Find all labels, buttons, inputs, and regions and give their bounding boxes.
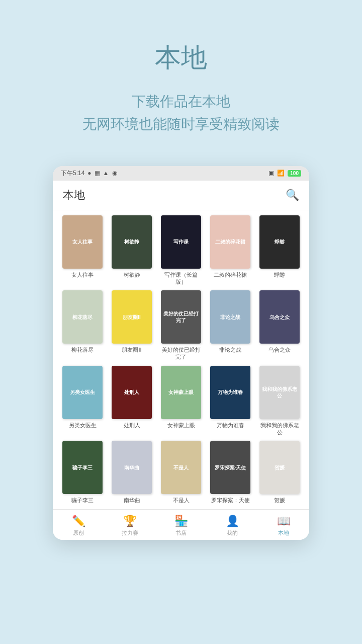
book-title: 写作课（长篇版） xyxy=(161,271,201,286)
book-cover-image: 写作课 xyxy=(161,215,201,269)
screen-icon: ▣ xyxy=(268,170,274,177)
book-title: 另类女医生 xyxy=(69,422,97,429)
book-cover: 贺媛 xyxy=(259,441,300,494)
nav-label-wode: 我的 xyxy=(227,529,238,537)
book-cover: 南华曲 xyxy=(112,441,152,494)
phone-mockup: 下午5:14 ● ▦ ▲ ◉ ▣ 📶 100 本地 🔍 女人往事 女人往事 树欲… xyxy=(53,166,309,540)
book-cover-image: 女人往事 xyxy=(62,215,103,269)
book-cover-image: 二叔的碎花裙 xyxy=(210,215,250,269)
nav-item-bendi[interactable]: 📖 本地 xyxy=(263,515,304,537)
book-cover: 二叔的碎花裙 xyxy=(210,215,250,269)
nav-icon-wode: 👤 xyxy=(226,515,239,528)
book-cover: 美好的仗已经打完了 xyxy=(161,290,201,344)
battery-indicator: 100 xyxy=(288,170,301,177)
book-item[interactable]: 乌合之众 乌合之众 xyxy=(257,290,302,361)
book-cover-image: 树欲静 xyxy=(112,215,152,269)
book-cover: 乌合之众 xyxy=(259,290,300,344)
status-bar: 下午5:14 ● ▦ ▲ ◉ ▣ 📶 100 xyxy=(53,166,309,181)
book-title: 贺媛 xyxy=(274,497,285,504)
app-header-title: 本地 xyxy=(63,188,85,203)
book-item[interactable]: 蜉蝣 蜉蝣 xyxy=(257,215,302,286)
book-item[interactable]: 万物为谁春 万物为谁春 xyxy=(208,366,253,436)
nav-icon-yuanchuang: ✏️ xyxy=(72,515,85,528)
book-cover: 女人往事 xyxy=(62,215,103,269)
book-cover: 骗子李三 xyxy=(62,441,103,494)
nav-item-yuanchuang[interactable]: ✏️ 原创 xyxy=(58,515,99,537)
book-item[interactable]: 朋友圈II 朋友圈II xyxy=(109,290,154,361)
book-item[interactable]: 罗宋探案·天使 罗宋探案：天使 xyxy=(208,441,253,504)
notification-icon: ● xyxy=(87,170,91,177)
book-item[interactable]: 骗子李三 骗子李三 xyxy=(60,441,105,504)
search-icon[interactable]: 🔍 xyxy=(286,189,299,202)
nav-item-shudian[interactable]: 🏪 书店 xyxy=(161,515,201,537)
nav-label-lalasai: 拉力赛 xyxy=(122,529,138,537)
book-cover: 女神蒙上眼 xyxy=(161,366,201,419)
book-cover-image: 罗宋探案·天使 xyxy=(210,441,250,494)
message-icon: ▦ xyxy=(95,170,100,177)
book-item[interactable]: 女神蒙上眼 女神蒙上眼 xyxy=(158,366,204,436)
book-cover: 柳花落尽 xyxy=(62,290,103,344)
book-title: 乌合之众 xyxy=(268,346,291,353)
books-grid: 女人往事 女人往事 树欲静 树欲静 写作课 写作课（长篇版） 二叔的碎花裙 二叔… xyxy=(53,210,309,509)
book-cover-image: 万物为谁春 xyxy=(210,366,250,419)
nav-label-bendi: 本地 xyxy=(278,529,289,537)
book-cover: 处刑人 xyxy=(112,366,152,419)
book-title: 非论之战 xyxy=(219,346,241,353)
book-title: 柳花落尽 xyxy=(71,346,94,353)
book-cover-image: 朋友圈II xyxy=(112,290,152,344)
book-cover-image: 乌合之众 xyxy=(259,290,300,344)
book-title: 蜉蝣 xyxy=(274,271,285,278)
book-item[interactable]: 柳花落尽 柳花落尽 xyxy=(60,290,105,361)
book-title: 树欲静 xyxy=(124,271,140,278)
book-cover: 罗宋探案·天使 xyxy=(210,441,250,494)
book-cover-image: 贺媛 xyxy=(259,441,300,494)
hero-subtitle-line2: 无网环境也能随时享受精致阅读 xyxy=(82,116,280,132)
book-item[interactable]: 不是人 不是人 xyxy=(158,441,204,504)
book-title: 处刑人 xyxy=(124,422,140,429)
book-cover-image: 另类女医生 xyxy=(62,366,103,419)
book-cover-image: 非论之战 xyxy=(210,290,250,344)
book-cover-image: 美好的仗已经打完了 xyxy=(161,290,201,344)
book-item[interactable]: 我和我的佛系老公 我和我的佛系老公 xyxy=(257,366,302,436)
book-title: 骗子李三 xyxy=(71,497,94,504)
bottom-nav: ✏️ 原创 🏆 拉力赛 🏪 书店 👤 我的 📖 本地 xyxy=(53,509,309,540)
book-cover: 朋友圈II xyxy=(112,290,152,344)
book-cover: 我和我的佛系老公 xyxy=(259,366,300,419)
book-item[interactable]: 另类女医生 另类女医生 xyxy=(60,366,105,436)
book-cover: 不是人 xyxy=(161,441,201,494)
book-title: 二叔的碎花裙 xyxy=(214,271,247,278)
book-cover-image: 我和我的佛系老公 xyxy=(259,366,300,419)
book-item[interactable]: 女人往事 女人往事 xyxy=(60,215,105,286)
book-title: 女人往事 xyxy=(71,271,94,278)
hero-title: 本地 xyxy=(20,40,342,75)
book-item[interactable]: 美好的仗已经打完了 美好的仗已经打完了 xyxy=(158,290,204,361)
nav-label-shudian: 书店 xyxy=(175,529,187,537)
time-display: 下午5:14 xyxy=(61,169,84,178)
book-cover: 写作课 xyxy=(161,215,201,269)
book-cover: 蜉蝣 xyxy=(259,215,300,269)
book-cover-image: 不是人 xyxy=(161,441,201,494)
book-title: 南华曲 xyxy=(124,497,140,504)
book-item[interactable]: 写作课 写作课（长篇版） xyxy=(158,215,204,286)
book-item[interactable]: 贺媛 贺媛 xyxy=(257,441,302,504)
nav-label-yuanchuang: 原创 xyxy=(73,529,84,537)
book-title: 女神蒙上眼 xyxy=(167,422,195,429)
hero-section: 本地 下载作品在本地 无网环境也能随时享受精致阅读 xyxy=(0,0,362,156)
nav-item-wode[interactable]: 👤 我的 xyxy=(212,515,252,537)
sync-icon: ◉ xyxy=(112,170,117,177)
nav-icon-lalasai: 🏆 xyxy=(123,515,137,528)
book-cover-image: 蜉蝣 xyxy=(259,215,300,269)
book-cover-image: 女神蒙上眼 xyxy=(161,366,201,419)
book-item[interactable]: 二叔的碎花裙 二叔的碎花裙 xyxy=(208,215,253,286)
book-item[interactable]: 树欲静 树欲静 xyxy=(109,215,154,286)
book-cover: 树欲静 xyxy=(112,215,152,269)
book-item[interactable]: 南华曲 南华曲 xyxy=(109,441,154,504)
book-item[interactable]: 非论之战 非论之战 xyxy=(208,290,253,361)
nav-icon-bendi: 📖 xyxy=(277,515,291,528)
book-item[interactable]: 处刑人 处刑人 xyxy=(109,366,154,436)
book-title: 我和我的佛系老公 xyxy=(259,422,300,436)
nav-item-lalasai[interactable]: 🏆 拉力赛 xyxy=(110,515,150,537)
app-header: 本地 🔍 xyxy=(53,181,309,210)
book-cover-image: 柳花落尽 xyxy=(62,290,103,344)
nav-icon-shudian: 🏪 xyxy=(174,515,188,528)
